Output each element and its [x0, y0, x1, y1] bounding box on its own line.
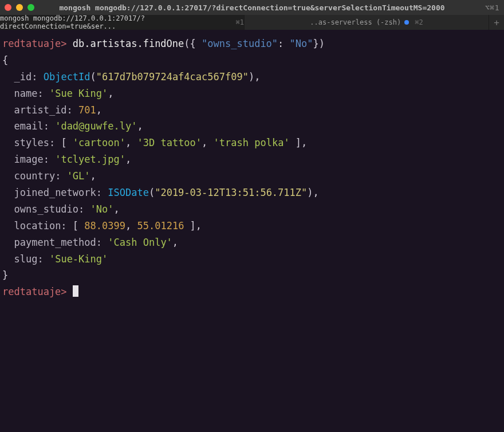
val-name: 'Sue King' — [49, 88, 108, 99]
joined-arg: "2019-03-12T13:51:56.711Z" — [155, 187, 307, 198]
val-style: 'trash polka' — [214, 137, 290, 148]
tab-mongosh[interactable]: mongosh mongodb://127.0.0.1:27017/?direc… — [0, 15, 245, 30]
zoom-icon[interactable] — [27, 4, 34, 11]
window-title: mongosh mongodb://127.0.0.1:27017/?direc… — [0, 3, 504, 12]
tab-shortcut: ⌘2 — [415, 18, 423, 26]
tab-bar: mongosh mongodb://127.0.0.1:27017/?direc… — [0, 15, 504, 30]
val-country: 'GL' — [67, 170, 90, 182]
val-artist-id: 701 — [78, 104, 96, 116]
id-arg: "617d7b079724af4cac567f09" — [96, 71, 249, 83]
tab-label: ..as-serverless (-zsh) — [310, 18, 401, 26]
cmd-call: db.artistas.findOne — [73, 38, 184, 49]
cmd-key: "owns_studio" — [202, 38, 278, 49]
tab-shortcut: ⌘1 — [236, 18, 244, 26]
window-titlebar: mongosh mongodb://127.0.0.1:27017/?direc… — [0, 0, 504, 15]
val-slug: 'Sue-King' — [49, 253, 108, 265]
tab-label: mongosh mongodb://127.0.0.1:27017/?direc… — [0, 14, 230, 30]
joined-fn: ISODate — [108, 187, 149, 198]
val-payment: 'Cash Only' — [108, 237, 172, 248]
cmd-val: "No" — [290, 38, 313, 49]
tab-zsh[interactable]: ..as-serverless (-zsh) ⌘2 — [245, 15, 489, 30]
traffic-lights — [5, 4, 34, 11]
cursor-icon — [73, 285, 78, 297]
val-email: 'dad@guwfe.ly' — [55, 120, 137, 132]
window-shortcut: ⌥⌘1 — [485, 3, 499, 12]
add-tab-button[interactable]: + — [489, 15, 504, 30]
val-style: 'cartoon' — [73, 137, 125, 148]
id-fn: ObjectId — [44, 71, 90, 83]
minimize-icon[interactable] — [16, 4, 23, 11]
prompt: redtatuaje> — [2, 38, 67, 49]
activity-dot-icon — [404, 20, 409, 25]
val-style: '3D tattoo' — [137, 137, 202, 148]
close-icon[interactable] — [5, 4, 11, 11]
val-loc: 55.01216 — [137, 220, 184, 231]
terminal-output[interactable]: redtatuaje> db.artistas.findOne({ "owns_… — [0, 30, 504, 432]
val-image: 'tclyet.jpg' — [55, 154, 125, 165]
prompt: redtatuaje> — [2, 286, 67, 297]
val-owns-studio: 'No' — [90, 203, 114, 215]
val-loc: 88.0399 — [84, 220, 125, 231]
